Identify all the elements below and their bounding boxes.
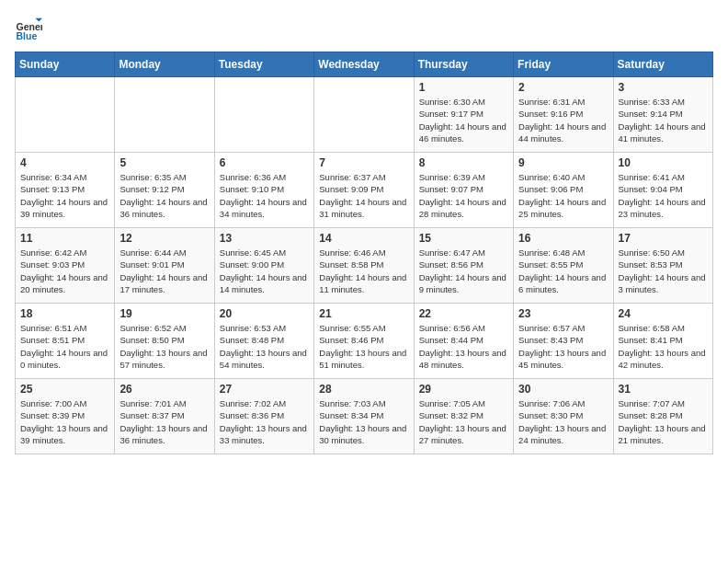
day-number: 11 (20, 232, 109, 245)
day-content: Sunrise: 6:57 AM Sunset: 8:43 PM Dayligh… (518, 322, 608, 371)
day-content: Sunrise: 6:34 AM Sunset: 9:13 PM Dayligh… (20, 171, 109, 220)
day-content: Sunrise: 7:07 AM Sunset: 8:28 PM Dayligh… (619, 397, 708, 446)
day-content: Sunrise: 6:42 AM Sunset: 9:03 PM Dayligh… (20, 247, 109, 295)
calendar-cell: 25Sunrise: 7:00 AM Sunset: 8:39 PM Dayli… (16, 379, 115, 454)
day-number: 22 (419, 307, 508, 320)
day-number: 2 (518, 81, 608, 94)
day-content: Sunrise: 6:50 AM Sunset: 8:53 PM Dayligh… (619, 247, 708, 295)
day-number: 21 (319, 307, 408, 320)
calendar-cell: 2Sunrise: 6:31 AM Sunset: 9:16 PM Daylig… (514, 77, 613, 153)
day-number: 10 (619, 156, 708, 169)
calendar-week-row: 11Sunrise: 6:42 AM Sunset: 9:03 PM Dayli… (16, 228, 713, 304)
day-number: 15 (419, 232, 508, 245)
day-header-thursday: Thursday (414, 52, 513, 77)
day-number: 3 (619, 81, 708, 94)
calendar-cell: 28Sunrise: 7:03 AM Sunset: 8:34 PM Dayli… (314, 379, 414, 454)
calendar-cell: 10Sunrise: 6:41 AM Sunset: 9:04 PM Dayli… (613, 153, 712, 228)
day-content: Sunrise: 6:41 AM Sunset: 9:04 PM Dayligh… (619, 171, 708, 220)
calendar-week-row: 25Sunrise: 7:00 AM Sunset: 8:39 PM Dayli… (16, 379, 713, 454)
calendar-cell: 24Sunrise: 6:58 AM Sunset: 8:41 PM Dayli… (613, 304, 712, 379)
day-content: Sunrise: 7:00 AM Sunset: 8:39 PM Dayligh… (20, 397, 109, 446)
calendar-cell (115, 77, 214, 153)
logo: General Blue (15, 15, 42, 42)
day-number: 30 (518, 383, 608, 396)
calendar-week-row: 4Sunrise: 6:34 AM Sunset: 9:13 PM Daylig… (16, 153, 713, 228)
day-content: Sunrise: 6:53 AM Sunset: 8:48 PM Dayligh… (220, 322, 309, 371)
day-content: Sunrise: 6:56 AM Sunset: 8:44 PM Dayligh… (419, 322, 508, 371)
svg-text:Blue: Blue (17, 30, 38, 41)
day-content: Sunrise: 6:47 AM Sunset: 8:56 PM Dayligh… (419, 247, 508, 295)
calendar-week-row: 18Sunrise: 6:51 AM Sunset: 8:51 PM Dayli… (16, 304, 713, 379)
day-content: Sunrise: 7:03 AM Sunset: 8:34 PM Dayligh… (319, 397, 408, 446)
calendar-cell: 26Sunrise: 7:01 AM Sunset: 8:37 PM Dayli… (115, 379, 214, 454)
day-content: Sunrise: 6:58 AM Sunset: 8:41 PM Dayligh… (619, 322, 708, 371)
calendar-cell: 8Sunrise: 6:39 AM Sunset: 9:07 PM Daylig… (414, 153, 513, 228)
day-number: 26 (119, 383, 209, 396)
day-number: 16 (518, 232, 608, 245)
day-content: Sunrise: 6:36 AM Sunset: 9:10 PM Dayligh… (220, 171, 309, 220)
calendar-header-row: SundayMondayTuesdayWednesdayThursdayFrid… (16, 52, 713, 77)
day-number: 19 (119, 307, 209, 320)
day-number: 8 (419, 156, 508, 169)
day-content: Sunrise: 6:46 AM Sunset: 8:58 PM Dayligh… (319, 247, 408, 295)
calendar-cell: 7Sunrise: 6:37 AM Sunset: 9:09 PM Daylig… (314, 153, 414, 228)
day-content: Sunrise: 7:06 AM Sunset: 8:30 PM Dayligh… (518, 397, 608, 446)
day-number: 7 (319, 156, 408, 169)
day-number: 23 (518, 307, 608, 320)
day-header-tuesday: Tuesday (214, 52, 313, 77)
day-number: 12 (119, 232, 209, 245)
calendar-cell: 5Sunrise: 6:35 AM Sunset: 9:12 PM Daylig… (115, 153, 214, 228)
calendar-cell: 30Sunrise: 7:06 AM Sunset: 8:30 PM Dayli… (514, 379, 613, 454)
day-number: 5 (119, 156, 209, 169)
day-number: 29 (419, 383, 508, 396)
day-content: Sunrise: 6:31 AM Sunset: 9:16 PM Dayligh… (518, 96, 608, 144)
calendar-cell: 15Sunrise: 6:47 AM Sunset: 8:56 PM Dayli… (414, 228, 513, 304)
day-content: Sunrise: 6:48 AM Sunset: 8:55 PM Dayligh… (518, 247, 608, 295)
calendar-cell (314, 77, 414, 153)
calendar-cell: 1Sunrise: 6:30 AM Sunset: 9:17 PM Daylig… (414, 77, 513, 153)
day-content: Sunrise: 7:05 AM Sunset: 8:32 PM Dayligh… (419, 397, 508, 446)
calendar-cell: 6Sunrise: 6:36 AM Sunset: 9:10 PM Daylig… (214, 153, 313, 228)
day-header-saturday: Saturday (613, 52, 712, 77)
calendar-cell: 23Sunrise: 6:57 AM Sunset: 8:43 PM Dayli… (514, 304, 613, 379)
calendar-cell: 31Sunrise: 7:07 AM Sunset: 8:28 PM Dayli… (613, 379, 712, 454)
day-number: 28 (319, 383, 408, 396)
day-number: 18 (20, 307, 109, 320)
calendar-cell: 17Sunrise: 6:50 AM Sunset: 8:53 PM Dayli… (613, 228, 712, 304)
calendar-cell: 20Sunrise: 6:53 AM Sunset: 8:48 PM Dayli… (214, 304, 313, 379)
calendar-cell (214, 77, 313, 153)
logo-icon: General Blue (15, 15, 42, 42)
calendar-cell: 12Sunrise: 6:44 AM Sunset: 9:01 PM Dayli… (115, 228, 214, 304)
calendar-cell: 13Sunrise: 6:45 AM Sunset: 9:00 PM Dayli… (214, 228, 313, 304)
day-content: Sunrise: 6:35 AM Sunset: 9:12 PM Dayligh… (119, 171, 209, 220)
day-content: Sunrise: 6:44 AM Sunset: 9:01 PM Dayligh… (119, 247, 209, 295)
day-number: 25 (20, 383, 109, 396)
calendar-cell: 22Sunrise: 6:56 AM Sunset: 8:44 PM Dayli… (414, 304, 513, 379)
calendar-cell: 18Sunrise: 6:51 AM Sunset: 8:51 PM Dayli… (16, 304, 115, 379)
calendar-cell: 21Sunrise: 6:55 AM Sunset: 8:46 PM Dayli… (314, 304, 414, 379)
calendar-week-row: 1Sunrise: 6:30 AM Sunset: 9:17 PM Daylig… (16, 77, 713, 153)
calendar-cell: 19Sunrise: 6:52 AM Sunset: 8:50 PM Dayli… (115, 304, 214, 379)
calendar-cell: 3Sunrise: 6:33 AM Sunset: 9:14 PM Daylig… (613, 77, 712, 153)
calendar-cell: 29Sunrise: 7:05 AM Sunset: 8:32 PM Dayli… (414, 379, 513, 454)
day-content: Sunrise: 6:33 AM Sunset: 9:14 PM Dayligh… (619, 96, 708, 144)
page-header: General Blue (15, 15, 713, 42)
day-number: 1 (419, 81, 508, 94)
day-content: Sunrise: 7:02 AM Sunset: 8:36 PM Dayligh… (220, 397, 309, 446)
day-content: Sunrise: 6:40 AM Sunset: 9:06 PM Dayligh… (518, 171, 608, 220)
calendar-cell: 4Sunrise: 6:34 AM Sunset: 9:13 PM Daylig… (16, 153, 115, 228)
day-number: 6 (220, 156, 309, 169)
day-content: Sunrise: 6:55 AM Sunset: 8:46 PM Dayligh… (319, 322, 408, 371)
day-content: Sunrise: 6:39 AM Sunset: 9:07 PM Dayligh… (419, 171, 508, 220)
day-content: Sunrise: 7:01 AM Sunset: 8:37 PM Dayligh… (119, 397, 209, 446)
day-header-monday: Monday (115, 52, 214, 77)
day-number: 27 (220, 383, 309, 396)
day-number: 13 (220, 232, 309, 245)
calendar-cell: 11Sunrise: 6:42 AM Sunset: 9:03 PM Dayli… (16, 228, 115, 304)
day-content: Sunrise: 6:37 AM Sunset: 9:09 PM Dayligh… (319, 171, 408, 220)
calendar-table: SundayMondayTuesdayWednesdayThursdayFrid… (15, 52, 713, 454)
day-number: 17 (619, 232, 708, 245)
day-number: 31 (619, 383, 708, 396)
day-number: 24 (619, 307, 708, 320)
calendar-cell: 14Sunrise: 6:46 AM Sunset: 8:58 PM Dayli… (314, 228, 414, 304)
